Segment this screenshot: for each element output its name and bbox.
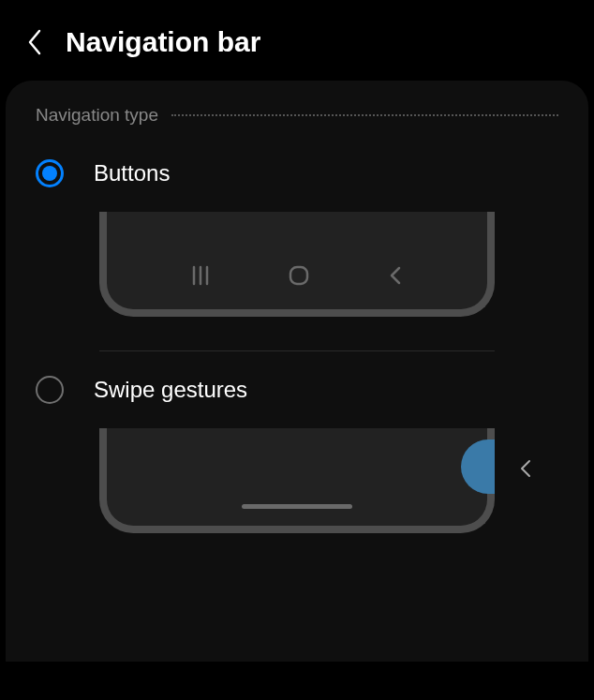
nav-buttons-row [107, 264, 487, 287]
settings-card: Navigation type Buttons [6, 81, 588, 662]
section-label: Navigation type [36, 105, 158, 126]
svg-rect-3 [290, 267, 307, 284]
section-header: Navigation type [6, 99, 588, 142]
recents-icon [191, 265, 210, 286]
option-swipe-gestures[interactable]: Swipe gestures [6, 359, 588, 413]
option-buttons-label: Buttons [94, 160, 170, 186]
gesture-bar-icon [242, 504, 352, 509]
section-divider-dotted [171, 114, 558, 116]
chevron-left-icon [26, 28, 43, 56]
home-icon [288, 264, 310, 287]
option-buttons[interactable]: Buttons [6, 142, 588, 197]
radio-buttons[interactable] [36, 159, 64, 187]
swipe-preview [99, 428, 495, 533]
swipe-chevron-icon [519, 458, 532, 483]
buttons-preview-container [6, 197, 588, 343]
option-divider [99, 350, 495, 351]
swipe-preview-container [6, 413, 588, 533]
page-title: Navigation bar [66, 26, 260, 58]
buttons-preview [99, 212, 495, 317]
back-button[interactable] [26, 28, 43, 56]
page-header: Navigation bar [0, 0, 594, 81]
option-swipe-label: Swipe gestures [94, 377, 247, 403]
back-icon [388, 265, 403, 286]
swipe-indicator-icon [461, 439, 495, 494]
radio-swipe-gestures[interactable] [36, 376, 64, 404]
